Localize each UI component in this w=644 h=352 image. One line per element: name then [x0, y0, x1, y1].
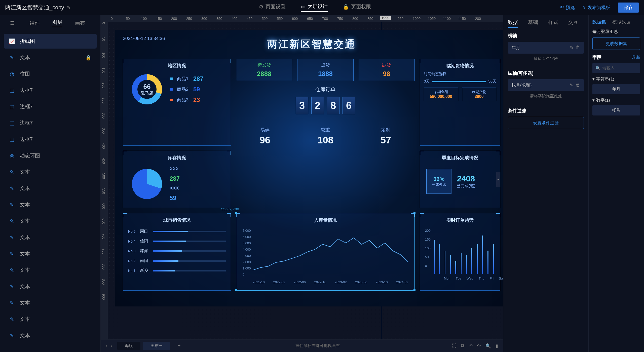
canvas-content[interactable]: 2024-06-12 13:34:36 两江新区智慧交通 地区情况 66 驻马店 [108, 22, 503, 339]
layer-item[interactable]: ✎文本 [4, 230, 97, 245]
field-account[interactable]: 帐号 [592, 105, 640, 115]
city-list: No.5周口No.4信阳No.3漯河No.2南阳No.1新乡 [127, 226, 227, 276]
panel-expiry[interactable]: 临期货物情况 时间动态选择 0天 50天 临期金额580,000,000临期货物… [420, 59, 500, 146]
fields-header: 字段 刷新 [592, 54, 640, 60]
y-axis-field[interactable]: 帐号(求和) ✎🗑 [508, 79, 584, 91]
edit-title-icon[interactable]: ✎ [67, 5, 70, 10]
preview-button[interactable]: 👁预览 [560, 5, 575, 11]
layer-item[interactable]: ✎文本 [4, 197, 97, 212]
layer-item[interactable]: ✎文本 [4, 295, 97, 310]
rp-tab-style[interactable]: 样式 [548, 19, 558, 28]
sel-handle-tr[interactable] [413, 212, 415, 214]
layer-item[interactable]: ✎文本 [4, 246, 97, 261]
left-tab-component[interactable]: 组件 [30, 20, 40, 26]
layer-item[interactable]: ✎文本 [4, 328, 97, 343]
ds-tab-dataset[interactable]: 数据集 [592, 19, 606, 25]
panel-quarter[interactable]: 季度目标完成情况 66% 完成占比 2408 已完成(笔) [420, 151, 500, 208]
tool-zoom-icon[interactable]: 🔍 [485, 343, 491, 349]
tab-page-auth[interactable]: 🔒页面权限 [343, 3, 371, 12]
panel-inbound-selected[interactable]: 556.5, 700 入库量情况 7,0006,0005,0004,0003,0… [236, 213, 415, 291]
string-group[interactable]: ▾ 字符串(1) [592, 76, 640, 82]
top-tabs: ⚙页面设置 ▭大屏设计 🔒页面权限 [70, 3, 560, 12]
layer-item[interactable]: ⬚边框7 [4, 132, 97, 147]
panel-region[interactable]: 地区情况 66 驻马店 商品1287商品259商品323 [123, 59, 231, 146]
tab-screen-design[interactable]: ▭大屏设计 [301, 3, 328, 12]
edit-icon[interactable]: ✎ [570, 45, 573, 50]
ds-tab-mock[interactable]: 模拟数据 [612, 19, 630, 25]
ruler-horizontal[interactable]: 1229 05010015020025030035040045050055060… [101, 15, 503, 22]
layer-item[interactable]: ⬚边框7 [4, 83, 97, 98]
tool-slider-icon[interactable]: ▮ [496, 343, 498, 349]
legend-row: 商品1287 [170, 75, 203, 82]
text-icon: ✎ [9, 169, 15, 175]
canvas-area: 1229 05010015020025030035040045050055060… [101, 15, 503, 352]
rp-tab-data[interactable]: 数据 [508, 19, 518, 28]
canvas-tab-master[interactable]: 母版 [117, 342, 140, 350]
edit-icon[interactable]: ✎ [570, 83, 573, 88]
tool-redo-icon[interactable]: ↷ [477, 343, 481, 349]
field-search[interactable]: 🔍 请输入 [592, 63, 640, 73]
rp-tabs: 数据 基础 样式 交互 [508, 19, 584, 28]
y-axis-hint: 请将字段拖至此处 [508, 91, 584, 101]
lock-icon: 🔒 [343, 4, 349, 10]
sel-handle-tl[interactable] [235, 212, 237, 214]
canvas-tab-1[interactable]: 画布一 [143, 342, 170, 350]
layer-item[interactable]: ✎文本 [4, 263, 97, 278]
text-icon: ✎ [9, 218, 15, 224]
frame-icon: ⬚ [9, 87, 15, 93]
change-dataset-button[interactable]: 更改数据集 [592, 37, 640, 50]
sel-handle-bl[interactable] [235, 289, 237, 291]
rp-tab-interact[interactable]: 交互 [568, 19, 578, 28]
save-button[interactable]: 保存 [618, 3, 639, 13]
x-axis-field[interactable]: 年月 ✎🗑 [508, 42, 584, 54]
tool-undo-icon[interactable]: ↶ [469, 343, 473, 349]
left-panel: ☰ 组件 图层 画布 📈折线图✎文本🔒◔饼图⬚边框7⬚边框7⬚边框7⬚边框7◎动… [0, 15, 101, 352]
publish-button[interactable]: ⇪发布为模板 [582, 5, 610, 11]
panel-city[interactable]: 城市销售情况 No.5周口No.4信阳No.3漯河No.2南阳No.1新乡 [123, 213, 231, 291]
layer-item[interactable]: ✎文本 [4, 214, 97, 228]
rp-tab-basic[interactable]: 基础 [528, 19, 538, 28]
layer-item[interactable]: ◔饼图 [4, 66, 97, 81]
tool-copy-icon[interactable]: ⧉ [461, 343, 464, 349]
layer-item[interactable]: 📈折线图 [4, 34, 97, 49]
layer-item[interactable]: ⬚边框7 [4, 99, 97, 114]
canvas-tabs: 母版 画布一 [117, 342, 170, 350]
number-group[interactable]: ▾ 数字(1) [592, 97, 640, 103]
layer-item[interactable]: ✎文本 [4, 279, 97, 294]
layer-item[interactable]: ⬚边框7 [4, 115, 97, 130]
nav-prev-icon[interactable]: ‹ [106, 344, 107, 348]
tab-page-settings[interactable]: ⚙页面设置 [259, 3, 286, 12]
refresh-link[interactable]: 刷新 [632, 55, 640, 60]
expiry-slider[interactable]: 0天 50天 [424, 79, 496, 84]
layer-item[interactable]: ✎文本🔒 [4, 50, 97, 65]
field-year-month[interactable]: 年月 [592, 84, 640, 94]
legend-row: XXX [170, 186, 186, 191]
layer-item[interactable]: ✎文本 [4, 312, 97, 327]
ruler-vertical[interactable]: 0501001502002503003504004505005506006507… [101, 22, 108, 339]
status-box: 缺货98 [359, 59, 415, 81]
delete-icon[interactable]: 🗑 [576, 45, 580, 50]
delete-icon[interactable]: 🗑 [576, 83, 580, 88]
left-tab-layer[interactable]: 图层 [52, 19, 62, 27]
sel-handle-br[interactable] [413, 289, 415, 291]
dataset-name: 每月登录汇总 [592, 29, 640, 34]
layer-item[interactable]: ✎文本 [4, 181, 97, 196]
menu-icon[interactable]: ☰ [10, 20, 15, 26]
canvas-body: 0501001502002503003504004505005506006507… [101, 22, 503, 339]
left-tabs: ☰ 组件 图层 画布 [0, 15, 100, 31]
text-icon: ✎ [9, 333, 15, 339]
expand-arrow-icon[interactable]: ▸ [496, 172, 500, 187]
panel-inventory[interactable]: 库存情况 XXX287XXX59 [123, 151, 231, 208]
bottombar: ‹ › 母版 画布一 + 按住鼠标右键可拖拽画布 ⛶ ⧉ ↶ ↷ 🔍 ▮ [101, 339, 503, 352]
nav-next-icon[interactable]: › [111, 344, 112, 348]
filter-button[interactable]: 设置条件过滤 [508, 117, 584, 129]
add-canvas-icon[interactable]: + [175, 343, 183, 349]
inbound-x-axis: 2021-102022-022022-062022-102023-022023-… [253, 280, 408, 284]
tool-fit-icon[interactable]: ⛶ [452, 343, 457, 349]
layer-item[interactable]: ✎文本 [4, 165, 97, 179]
left-tab-canvas[interactable]: 画布 [75, 20, 85, 26]
rp-dataset: 数据集 | 模拟数据 每月登录汇总 更改数据集 字段 刷新 🔍 请输入 ▾ 字符… [589, 15, 644, 352]
main: ☰ 组件 图层 画布 📈折线图✎文本🔒◔饼图⬚边框7⬚边框7⬚边框7⬚边框7◎动… [0, 15, 644, 352]
layer-item[interactable]: ◎动态环图 [4, 148, 97, 163]
panel-realtime[interactable]: 实时订单趋势 200150100500 MonTueWedThuFriSat [420, 213, 500, 291]
